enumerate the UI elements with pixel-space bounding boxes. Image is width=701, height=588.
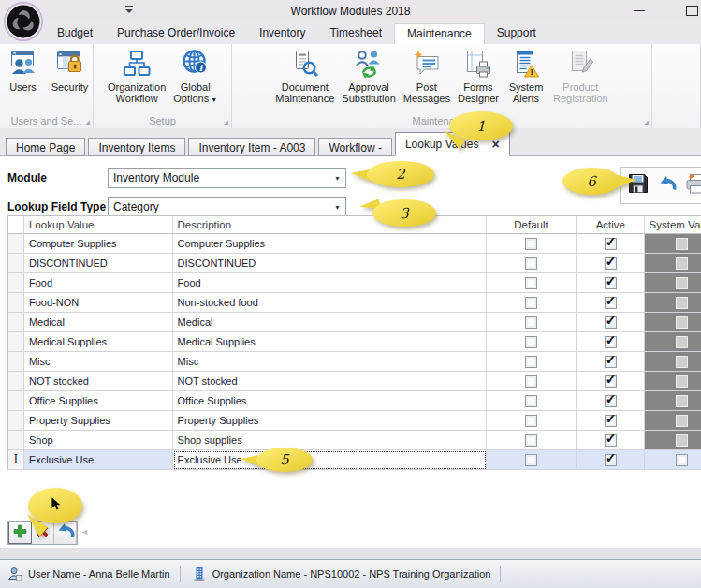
active-checkbox[interactable]: ✓ [605, 336, 617, 348]
description-cell[interactable]: Exclusive Use [173, 450, 487, 470]
lookup-value-cell[interactable]: Computer Supplies [24, 234, 173, 254]
default-checkbox[interactable] [525, 238, 537, 250]
active-cell[interactable]: ✓ [577, 391, 645, 411]
active-cell[interactable]: ✓ [577, 372, 645, 391]
column-header-lookup-value[interactable]: Lookup Value [24, 216, 173, 234]
column-header-active[interactable]: Active [577, 216, 645, 234]
active-cell[interactable]: ✓ [577, 293, 645, 313]
global-options-button[interactable]: iGlobal Options ▼ [170, 47, 220, 108]
dialog-launcher-icon[interactable]: ◢ [644, 119, 649, 125]
active-cell[interactable]: ✓ [577, 254, 645, 273]
active-cell[interactable]: ✓ [577, 411, 645, 431]
system-value-cell[interactable] [645, 450, 701, 470]
description-cell[interactable]: Non-stocked food [173, 293, 487, 313]
lookup-field-type-combobox[interactable]: Category ▼ [108, 197, 346, 217]
default-cell[interactable] [487, 372, 577, 391]
lookup-value-cell[interactable]: NOT stocked [24, 372, 173, 391]
lookup-value-cell[interactable]: Property Supplies [24, 411, 173, 431]
system-alerts-button[interactable]: !System Alerts [504, 47, 548, 106]
active-cell[interactable]: ✓ [577, 332, 645, 352]
column-header-default[interactable]: Default [487, 216, 577, 234]
doc-tab-inventory-item-a003[interactable]: Inventory Item - A003 [188, 138, 315, 156]
description-cell[interactable]: Medical Supplies [173, 332, 487, 352]
system-value-checkbox[interactable] [676, 454, 688, 466]
default-checkbox[interactable] [525, 257, 537, 270]
app-logo-icon[interactable] [3, 1, 44, 42]
dialog-launcher-icon[interactable]: ◢ [224, 119, 228, 125]
default-checkbox[interactable] [525, 454, 537, 466]
description-cell[interactable]: Office Supplies [173, 391, 487, 411]
print-button[interactable] [685, 173, 701, 198]
ribbon-tab-timesheet[interactable]: Timesheet [317, 23, 394, 44]
active-checkbox[interactable]: ✓ [605, 395, 617, 407]
description-cell[interactable]: Food [173, 273, 487, 293]
lookup-value-cell[interactable]: Misc [24, 352, 173, 372]
default-cell[interactable] [487, 411, 577, 431]
column-header-description[interactable]: Description [173, 216, 487, 234]
undo-row-button[interactable] [54, 522, 77, 544]
default-checkbox[interactable] [525, 277, 537, 289]
description-cell[interactable]: Shop supplies [173, 431, 487, 450]
default-checkbox[interactable] [525, 434, 537, 447]
default-cell[interactable] [487, 352, 577, 372]
active-checkbox[interactable]: ✓ [605, 316, 617, 329]
default-checkbox[interactable] [525, 395, 537, 407]
doc-tab-home-page[interactable]: Home Page [6, 138, 85, 156]
default-cell[interactable] [487, 431, 577, 450]
minimize-button[interactable]: — [621, 0, 657, 21]
lookup-value-cell[interactable]: Food-NON [24, 293, 173, 313]
active-cell[interactable]: ✓ [577, 352, 645, 372]
default-cell[interactable] [487, 313, 577, 332]
lookup-value-cell[interactable]: Office Supplies [24, 391, 173, 411]
default-cell[interactable] [487, 273, 577, 293]
doc-tab-inventory-items[interactable]: Inventory Items [88, 138, 185, 156]
active-cell[interactable]: ✓ [577, 273, 645, 293]
ribbon-tab-inventory[interactable]: Inventory [247, 23, 317, 44]
chevron-down-icon[interactable]: ▼ [329, 175, 345, 182]
default-checkbox[interactable] [525, 316, 537, 329]
users-button[interactable]: Users [1, 47, 46, 95]
default-cell[interactable] [487, 332, 577, 352]
maximize-button[interactable] [676, 0, 701, 21]
active-cell[interactable]: ✓ [577, 313, 645, 332]
default-checkbox[interactable] [525, 375, 537, 388]
security-button[interactable]: Security [48, 47, 93, 95]
description-cell[interactable]: Medical [173, 313, 487, 332]
active-checkbox[interactable]: ✓ [605, 238, 617, 250]
default-cell[interactable] [487, 391, 577, 411]
ribbon-tab-budget[interactable]: Budget [45, 23, 105, 44]
chevron-down-icon[interactable]: ▼ [329, 204, 345, 211]
description-cell[interactable]: Computer Supplies [173, 234, 487, 254]
column-header-system-value[interactable]: System Value [645, 216, 701, 234]
organization-workflow-button[interactable]: Organization Workflow [105, 47, 168, 106]
post-messages-button[interactable]: Post Messages [401, 47, 453, 106]
default-checkbox[interactable] [525, 336, 537, 348]
active-cell[interactable]: ✓ [577, 234, 645, 254]
active-checkbox[interactable]: ✓ [605, 297, 617, 309]
active-checkbox[interactable]: ✓ [605, 454, 617, 466]
approval-substitution-button[interactable]: Approval Substitution [339, 47, 398, 106]
lookup-value-cell[interactable]: Shop [24, 431, 173, 450]
active-checkbox[interactable]: ✓ [605, 257, 617, 270]
default-checkbox[interactable] [525, 297, 537, 309]
lookup-value-cell[interactable]: DISCONTINUED [24, 254, 173, 273]
undo-button[interactable] [656, 173, 679, 198]
active-cell[interactable]: ✓ [577, 431, 645, 450]
active-checkbox[interactable]: ✓ [605, 375, 617, 388]
default-checkbox[interactable] [525, 356, 537, 368]
description-cell[interactable]: NOT stocked [173, 372, 487, 391]
description-cell[interactable]: DISCONTINUED [173, 254, 487, 273]
default-cell[interactable] [487, 293, 577, 313]
lookup-value-cell[interactable]: Medical [24, 313, 173, 332]
active-checkbox[interactable]: ✓ [605, 356, 617, 368]
active-checkbox[interactable]: ✓ [605, 415, 617, 427]
lookup-value-cell[interactable]: Exclusive Use [24, 450, 173, 470]
default-cell[interactable] [487, 254, 577, 273]
forms-designer-button[interactable]: Forms Designer [455, 47, 502, 106]
default-cell[interactable] [487, 450, 577, 470]
default-checkbox[interactable] [525, 415, 537, 427]
module-combobox[interactable]: Inventory Module ▼ [108, 168, 346, 188]
doc-tab-workflow[interactable]: Workflow - [318, 138, 391, 156]
ribbon-tab-maintenance[interactable]: Maintenance [394, 23, 485, 44]
active-cell[interactable]: ✓ [577, 450, 645, 470]
